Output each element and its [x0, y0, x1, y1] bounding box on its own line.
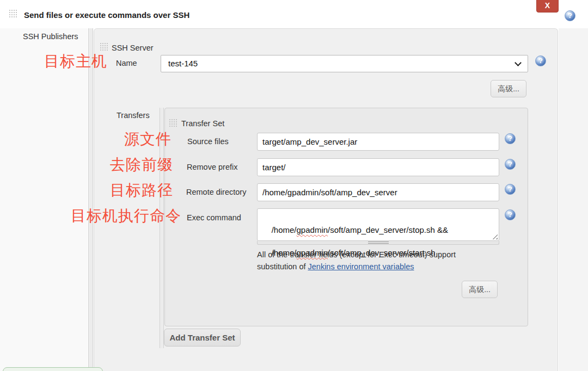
ssh-server-name-select[interactable]: test-145: [161, 55, 528, 72]
drag-handle-icon[interactable]: [9, 9, 17, 17]
exec-line1-word: gpadmin: [297, 225, 328, 234]
transfers-label: Transfers: [117, 111, 150, 120]
textarea-grip-icon: [368, 242, 389, 244]
textarea-resize-strip[interactable]: [257, 241, 499, 245]
remove-prefix-input[interactable]: target/: [257, 158, 499, 176]
remove-prefix-label: Remove prefix: [187, 163, 237, 171]
textarea-resize-handle-icon[interactable]: [492, 234, 498, 239]
remote-directory-input[interactable]: /home/gpadmin/soft/amp_dev_server: [257, 183, 499, 201]
transfer-note-line2: substitution of Jenkins environment vari…: [257, 262, 414, 271]
name-label: Name: [116, 59, 137, 67]
exec-command-textarea[interactable]: /home/gpadmin/soft/amp_dev_server/stop.s…: [257, 208, 499, 241]
transfer-set-section-title: Transfer Set: [181, 119, 224, 128]
chevron-down-icon: [514, 59, 522, 66]
advanced-button-server[interactable]: 高级...: [491, 80, 526, 97]
help-icon[interactable]: ?: [505, 133, 516, 144]
drag-handle-icon[interactable]: [169, 119, 177, 127]
exec-command-label: Exec command: [187, 213, 241, 222]
exec-line1-rest: /soft/amp_dev_server/stop.sh &&: [328, 225, 448, 234]
annotation-target-host: 目标主机: [44, 53, 107, 70]
transfer-note-line2-prefix: substitution of: [257, 262, 308, 271]
help-icon[interactable]: ?: [505, 209, 516, 220]
page-title: Send files or execute commands over SSH: [24, 10, 189, 20]
drag-handle-icon[interactable]: [100, 42, 108, 51]
jenkins-env-variables-link[interactable]: Jenkins environment variables: [308, 262, 414, 271]
remote-directory-label: Remote directory: [186, 188, 246, 196]
help-icon[interactable]: ?: [535, 55, 546, 66]
help-icon[interactable]: ?: [565, 10, 575, 21]
transfer-note-line1: All of the transfer fields (except for E…: [257, 250, 456, 259]
exec-line1-pre: /home/: [272, 225, 297, 234]
page-right-margin: [559, 28, 588, 371]
bottom-partial-element: [3, 367, 103, 371]
annotation-exec-command: 目标机执行命令: [71, 208, 181, 224]
ssh-publishers-label: SSH Publishers: [23, 32, 78, 41]
ssh-server-section-title: SSH Server: [112, 44, 154, 52]
source-files-input[interactable]: target/amp_dev_server.jar: [257, 133, 499, 151]
close-button[interactable]: X: [536, 0, 559, 13]
source-files-label: Source files: [187, 137, 229, 146]
help-icon[interactable]: ?: [505, 184, 516, 195]
jenkins-ssh-publisher-config: Send files or execute commands over SSH …: [0, 0, 588, 371]
annotation-remote-directory: 目标路径: [110, 182, 173, 199]
advanced-button-transfer[interactable]: 高级...: [462, 281, 498, 298]
annotation-remove-prefix: 去除前缀: [110, 157, 173, 173]
help-icon[interactable]: ?: [505, 159, 516, 170]
ssh-publishers-column: [0, 28, 88, 371]
ssh-publishers-drag-grip: [88, 28, 93, 371]
add-transfer-set-button[interactable]: Add Transfer Set: [164, 329, 241, 347]
ssh-server-name-value: test-145: [168, 59, 198, 68]
annotation-source-files: 源文件: [124, 131, 171, 147]
